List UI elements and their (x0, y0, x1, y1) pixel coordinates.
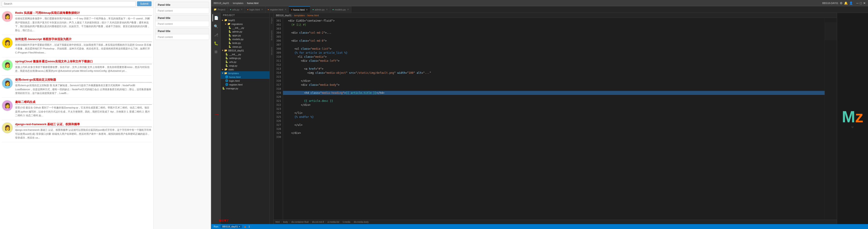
file-type-icon-migrations: 📁 (227, 23, 230, 25)
file-type-icon-static_folder: 📁 (224, 68, 227, 71)
tab-close-login[interactable]: ✕ (261, 8, 263, 11)
tree-item[interactable]: 🐍apps.py (221, 33, 270, 37)
tab-close-home[interactable]: ✕ (306, 8, 308, 11)
debug-icon[interactable]: 🐛 (213, 40, 220, 47)
tab-models-py[interactable]: ● models.py ✕ (330, 6, 351, 13)
tab-login-html[interactable]: ● login.html ✕ (245, 6, 266, 13)
code-line (283, 135, 825, 139)
post-item[interactable]: 👩使用client-go实现自定义控制器使用client-go实现自定义控制器 … (2, 76, 152, 98)
tree-item[interactable]: ▸📁bop01 (221, 18, 270, 22)
settings-icon[interactable]: ⚙ (840, 1, 843, 5)
tab-admin-py[interactable]: ● admin.py ✕ (310, 6, 330, 13)
path-home-html: home.html (307, 14, 319, 17)
post-item[interactable]: 👩如何使用 Javascript 将图形字体渲染为图片在移动端软件开发中需要处理… (2, 35, 152, 57)
tree-item[interactable]: 🐍admin.py (221, 30, 270, 33)
tree-item[interactable]: ▸📁migrations (221, 22, 270, 26)
path-item-3[interactable]: div.col-md-8 (312, 221, 324, 223)
tab-close-admin[interactable]: ✕ (326, 8, 328, 11)
tree-item[interactable]: 🐍manage.py (221, 86, 270, 90)
code-line: <div CLASS="container-fluid"> (283, 19, 825, 23)
code-line (283, 127, 825, 131)
file-label-models_py: models.py (232, 38, 243, 40)
explorer-icon[interactable]: 📄 (213, 14, 220, 21)
post-title[interactable]: django-rest-framework 基础三 认证、权限和频率 (15, 122, 152, 127)
path-item-5[interactable]: li.media (343, 221, 350, 223)
run-file-badge[interactable]: BBS18_day01 × (220, 225, 242, 228)
file-icon-bop01: ▸ (222, 19, 223, 22)
search-button[interactable]: Submit (137, 1, 152, 6)
tab-project[interactable]: 📁 Project (211, 6, 228, 13)
file-label-views_py: views.py (232, 46, 242, 48)
tab-register-html[interactable]: ● register.html ✕ (266, 6, 289, 13)
tree-item[interactable]: 🌐login.html (221, 79, 270, 83)
file-label-home_html: home.html (229, 76, 241, 78)
bell-icon[interactable]: 🔔 (844, 1, 848, 5)
path-item-2[interactable]: div.container-fluid (291, 221, 309, 223)
post-item[interactable]: 👩趣味二维码生成背景介绍 最近在 Github 看到了一个有趣的项目amazin… (2, 98, 152, 120)
git-icon[interactable]: ⎇ (213, 31, 220, 38)
tree-item[interactable]: 🐍urls.py (221, 60, 270, 64)
breadcrumb-home: home.html (247, 2, 258, 4)
extensions-icon[interactable]: ⊞ (213, 48, 220, 55)
file-type-icon-wsgi_py: 🐍 (225, 64, 228, 67)
file-label-apps_py: apps.py (232, 34, 241, 37)
search-input[interactable] (2, 1, 136, 6)
code-line: <img class="media-object" src="/static/i… (283, 71, 825, 75)
brand-logo: Mz (842, 109, 863, 125)
post-content: django-rest-framework 基础三 认证、权限和频率django… (15, 122, 152, 140)
bookmark-structure: Structure (271, 47, 273, 55)
tree-item[interactable]: 🌐home.html (221, 75, 270, 79)
html-icon-home: ● (291, 8, 292, 11)
py-icon: ● (230, 8, 231, 11)
path-sep-1: › (289, 221, 290, 223)
tab-close-urls[interactable]: ✕ (241, 8, 243, 11)
card-body: Panel content (156, 8, 209, 13)
file-type-icon-urls_py: 🐍 (225, 60, 228, 63)
tree-item[interactable]: ▸📁static (221, 67, 270, 71)
post-excerpt: 在移动端软件开发中需要处理图片，过滤下我最近画中的情况，比如我使用了很多...来… (15, 43, 152, 55)
tree-item[interactable]: 🐍views.py (221, 45, 270, 49)
tree-item[interactable]: 🐍__init__.py (221, 26, 270, 30)
path-item-4[interactable]: ul.media-list (327, 221, 339, 223)
code-line: <div class="col-md-2">... (283, 31, 825, 35)
post-content: springCloud 微服务通过minio实现文件上传和文件下载接口直接上代码… (15, 59, 152, 73)
post-item[interactable]: 👩django-rest-framework 基础三 认证、权限和频率djang… (2, 120, 152, 142)
tab-urls-py[interactable]: ● urls.py ✕ (228, 6, 245, 13)
tree-item[interactable]: 🐍settings.py (221, 56, 270, 60)
search-activity-icon[interactable]: 🔍 (213, 23, 220, 30)
path-item-1[interactable]: body (283, 221, 288, 223)
tree-item[interactable]: 🐍__init__.py (221, 52, 270, 56)
close-icon[interactable]: ✕ (863, 1, 866, 5)
code-line (283, 35, 825, 39)
avatar: 👩 (2, 59, 13, 70)
post-title[interactable]: Redis 实战篇：巧用Bitmap实现亿级海量数据统计 (15, 11, 152, 16)
post-title[interactable]: 如何使用 Javascript 将图形字体渲染为图片 (15, 37, 152, 42)
code-line (283, 75, 825, 79)
code-editor[interactable]: BBS18_day01 › templates › home.html 3013… (274, 13, 837, 224)
tree-item[interactable]: ▾📂BBS18_day01 (221, 49, 270, 52)
user-icon[interactable]: 👤 (849, 1, 853, 5)
post-item[interactable]: 👩Redis 实战篇：巧用Bitmap实现亿级海量数据统计在移动互联网业务场景中… (2, 9, 152, 35)
tree-item[interactable]: 🐍tests.py (221, 41, 270, 45)
path-item-0[interactable]: html (276, 221, 280, 223)
tab-close-models[interactable]: ✕ (347, 8, 349, 11)
code-lines[interactable]: <div CLASS="container-fluid"> {# 立之 #} <… (283, 18, 825, 220)
post-item[interactable]: 👩springCloud 微服务通过minio实现文件上传和文件下载接口直接上代… (2, 57, 152, 76)
path-item-6[interactable]: div.media-body (354, 221, 369, 223)
code-content[interactable]: 3013023033043053063073083093103113123133… (274, 18, 837, 220)
tree-item[interactable]: 🐍wsgi.py (221, 64, 270, 67)
post-title[interactable]: 使用client-go实现自定义控制器 (15, 78, 152, 82)
path-sep-4: › (341, 221, 341, 223)
tree-item[interactable]: ▾📂templates (221, 71, 270, 75)
tree-item[interactable]: 🐍models.py (221, 37, 270, 41)
vscode-section: BBS18_day01 › templates › home.html BBS1… (211, 0, 868, 229)
tab-home-html[interactable]: ● home.html ✕ (289, 6, 310, 13)
minimize-icon[interactable]: ─ (857, 1, 859, 5)
maximize-icon[interactable]: □ (860, 1, 862, 5)
post-title[interactable]: 趣味二维码生成 (15, 100, 152, 105)
code-line: <h4 class="media-heading">{{ article.tit… (283, 91, 825, 95)
post-title[interactable]: springCloud 微服务通过minio实现文件上传和文件下载接口 (15, 59, 152, 64)
tab-close-register[interactable]: ✕ (285, 8, 286, 11)
tree-item[interactable]: 🌐register.html (221, 83, 270, 86)
card-preview: Panel titlePanel content (155, 15, 209, 27)
